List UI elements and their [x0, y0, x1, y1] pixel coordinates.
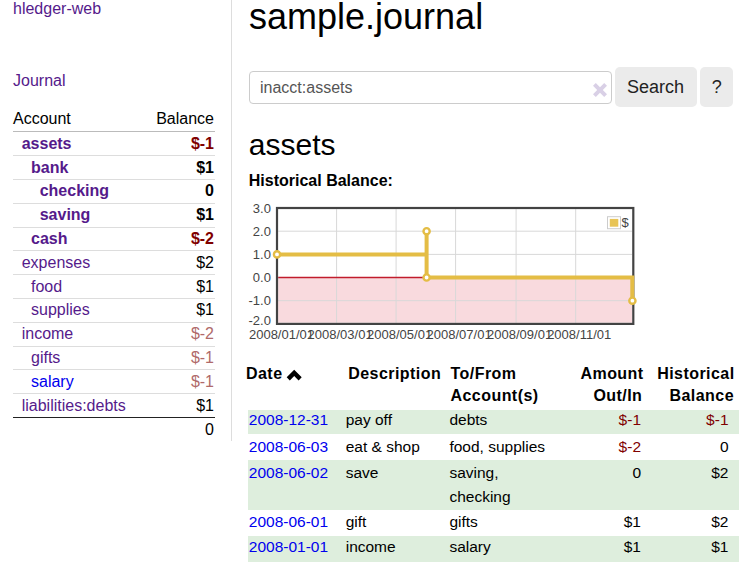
- svg-text:2008/01/01: 2008/01/01: [249, 327, 314, 342]
- svg-text:2008/03/01: 2008/03/01: [308, 327, 373, 342]
- svg-text:2.0: 2.0: [253, 224, 271, 239]
- svg-text:-1.0: -1.0: [248, 293, 270, 308]
- svg-text:1.0: 1.0: [253, 247, 271, 262]
- svg-text:2008/11/01: 2008/11/01: [547, 327, 611, 342]
- svg-text:2008/09/01: 2008/09/01: [487, 327, 552, 342]
- svg-text:2008/05/01: 2008/05/01: [367, 327, 432, 342]
- svg-text:2008/07/01: 2008/07/01: [427, 327, 492, 342]
- svg-text:-2.0: -2.0: [248, 313, 270, 328]
- svg-text:0.0: 0.0: [253, 270, 271, 285]
- svg-text:3.0: 3.0: [253, 201, 271, 216]
- svg-text:$: $: [622, 215, 630, 230]
